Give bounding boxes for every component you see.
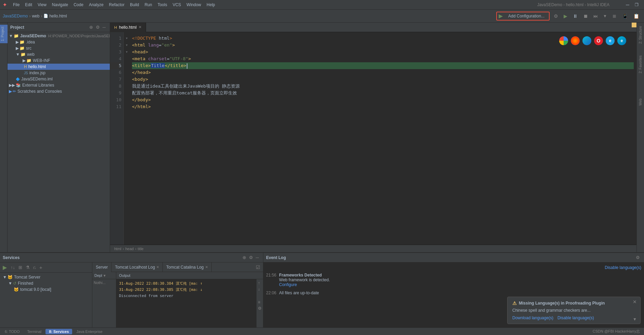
- services-toolbar: ▶ ↑↓ ⊞ ⚗ ⎌ +: [0, 262, 92, 273]
- menu-edit[interactable]: Edit: [22, 2, 35, 8]
- app-title: JavaSEDemo - hello.html - IntelliJ IDEA: [537, 2, 609, 7]
- tab-close-icon[interactable]: ✕: [139, 25, 142, 29]
- tree-web-label: web: [27, 52, 35, 57]
- finished-item[interactable]: ▼ ↺ Finished: [1, 280, 91, 286]
- panel-icon-minimize[interactable]: ─: [101, 24, 107, 30]
- menu-analyze[interactable]: Analyze: [86, 2, 106, 8]
- maximize-button[interactable]: ❐: [632, 2, 641, 7]
- toolbar-icon-8[interactable]: 📋: [631, 13, 641, 20]
- disable-language-link[interactable]: Disable language(s): [605, 265, 641, 270]
- services-icon-grid[interactable]: ⊞: [17, 264, 23, 271]
- tree-idea[interactable]: ▶ 📁 .idea: [8, 39, 110, 45]
- tree-web[interactable]: ▼ 📁 web: [8, 51, 110, 57]
- menu-view[interactable]: View: [35, 2, 49, 8]
- bottom-tab-todo[interactable]: 6: TODO: [1, 329, 23, 334]
- menu-help[interactable]: Help: [204, 2, 218, 8]
- editor-tabs-bar: H hello.html ✕: [110, 23, 636, 32]
- toolbar-icon-6[interactable]: ⏹: [610, 13, 619, 20]
- bottom-tab-services[interactable]: 8: Services: [45, 329, 72, 334]
- menu-run[interactable]: Run: [142, 2, 155, 8]
- minimize-button[interactable]: ─: [623, 2, 632, 8]
- services-icon-settings[interactable]: ⚙: [248, 254, 254, 261]
- toolbar-icon-7[interactable]: 📱: [620, 13, 630, 20]
- bottom-tab-terminal[interactable]: Terminal: [24, 329, 45, 334]
- services-icon-filter[interactable]: ⚗: [25, 264, 31, 271]
- services-check-icon[interactable]: ☑: [253, 265, 263, 270]
- notif-close-btn[interactable]: ✕: [633, 299, 637, 305]
- breadcrumb-web[interactable]: web: [32, 14, 39, 18]
- edge2-icon[interactable]: e: [617, 36, 626, 45]
- fold-btn-10[interactable]: ▾: [124, 49, 129, 55]
- notif-disable-link[interactable]: Disable language(s): [557, 315, 594, 320]
- services-icon-add[interactable]: +: [38, 264, 43, 271]
- panel-icon-globe[interactable]: ⊕: [88, 24, 94, 30]
- toolbar-icon-5[interactable]: ⏭: [591, 13, 600, 20]
- tree-ext-libs[interactable]: ▶▶ 📚 External Libraries: [8, 82, 110, 88]
- edge-icon[interactable]: [582, 36, 591, 45]
- event-log-settings-icon[interactable]: ⚙: [634, 254, 641, 261]
- services-tab-server[interactable]: Server: [92, 262, 111, 272]
- menu-file[interactable]: File: [10, 2, 22, 8]
- tomcat-server-item[interactable]: ▼ 🐱 Tomcat Server: [1, 274, 91, 280]
- catalina-tab-close[interactable]: ✕: [205, 265, 208, 269]
- toolbar-dropdown[interactable]: ▼: [602, 13, 608, 19]
- toolbar-icon-2[interactable]: ▶: [562, 13, 569, 20]
- project-panel-tab[interactable]: 1: Project: [0, 25, 8, 43]
- breadcrumb-html[interactable]: html: [114, 247, 121, 251]
- event-link-1[interactable]: Configure: [279, 282, 297, 287]
- editor-tab-hello[interactable]: H hello.html ✕: [110, 23, 146, 32]
- toolbar-icon-3[interactable]: ⏸: [571, 13, 580, 20]
- breadcrumb-head[interactable]: head: [125, 247, 133, 251]
- breadcrumb-project[interactable]: JavaSEDemo: [3, 14, 28, 18]
- fold-btn-3[interactable]: ▾: [124, 35, 129, 42]
- menu-tools[interactable]: Tools: [155, 2, 170, 8]
- services-run-icon[interactable]: ▶: [1, 263, 8, 271]
- opera-icon[interactable]: O: [594, 36, 603, 45]
- tree-root[interactable]: ▼ 📁 JavaSEDemo H:\POWER_NODE\Projects\Ja…: [8, 33, 110, 39]
- app-logo: ✦: [3, 2, 7, 8]
- tree-src[interactable]: ▶ 📁 src: [8, 45, 110, 51]
- tomcat-server-label: Tomcat Server: [14, 275, 40, 280]
- tree-hello-html[interactable]: H hello.html: [8, 64, 110, 70]
- add-configuration-button[interactable]: Add Configuration...: [504, 13, 549, 20]
- ie-icon[interactable]: e: [606, 36, 615, 45]
- services-tab-catalina[interactable]: Tomcat Catalina Log ✕: [163, 262, 211, 272]
- tree-iml[interactable]: 🔷 JavaSEDemo.iml: [8, 76, 110, 82]
- menu-code[interactable]: Code: [71, 2, 86, 8]
- structure-tab[interactable]: 2: Structure: [638, 24, 643, 46]
- menu-navigate[interactable]: Navigate: [49, 2, 71, 8]
- toolbar-icon-1[interactable]: ⚙: [552, 13, 560, 20]
- web-tab[interactable]: Web: [638, 96, 643, 107]
- panel-icon-settings[interactable]: ⚙: [94, 24, 101, 30]
- menu-vcs[interactable]: VCS: [170, 2, 184, 8]
- services-icon-restore[interactable]: ⎌: [32, 264, 37, 271]
- scroll-end-btn[interactable]: ≡: [258, 300, 262, 305]
- breadcrumb-file[interactable]: hello.html: [49, 14, 67, 18]
- tree-webinf[interactable]: ▶ 📁 WEB-INF: [8, 57, 110, 64]
- scroll-up-btn[interactable]: ↑: [258, 281, 262, 285]
- depl-header[interactable]: Depl ▼: [92, 272, 116, 279]
- notif-download-link[interactable]: Download language(s): [512, 315, 553, 320]
- tomcat-instance-item[interactable]: 🐱 tomcat 9.0 [local]: [1, 286, 91, 293]
- services-icon-globe[interactable]: ⊕: [241, 254, 248, 261]
- breadcrumb-title[interactable]: title: [138, 247, 144, 251]
- firefox-icon[interactable]: [571, 36, 580, 45]
- toolbar-icon-4[interactable]: ⏹: [581, 13, 590, 20]
- menu-refactor[interactable]: Refactor: [106, 2, 127, 8]
- favorites-tab[interactable]: 2: Favorites: [638, 53, 643, 75]
- services-icon-minimize[interactable]: ─: [254, 254, 260, 261]
- scroll-settings-btn[interactable]: ⚙: [258, 306, 262, 311]
- menu-build[interactable]: Build: [127, 2, 142, 8]
- notif-expand-btn[interactable]: ▼: [633, 317, 637, 322]
- tree-root-label: JavaSEDemo: [20, 34, 46, 38]
- tree-index-jsp[interactable]: JS index.jsp: [8, 70, 110, 76]
- fold-btn-7[interactable]: ▾: [124, 42, 129, 49]
- menu-window[interactable]: Window: [184, 2, 204, 8]
- tree-scratches[interactable]: ▶ ✏ Scratches and Consoles: [8, 88, 110, 94]
- chrome-icon[interactable]: [559, 36, 568, 45]
- services-icon-up[interactable]: ↑↓: [10, 264, 16, 271]
- localhost-tab-close[interactable]: ✕: [156, 265, 159, 269]
- scroll-down-btn[interactable]: ↓: [258, 287, 262, 292]
- bottom-tab-enterprise[interactable]: Java Enterprise: [73, 329, 106, 334]
- services-tab-localhost[interactable]: Tomcat Localhost Log ✕: [111, 262, 163, 272]
